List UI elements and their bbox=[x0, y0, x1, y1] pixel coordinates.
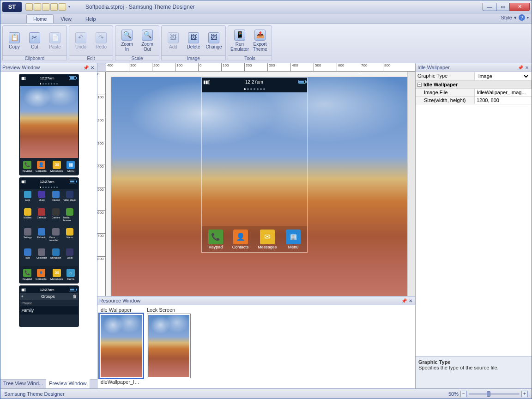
pin-icon[interactable]: 📌 bbox=[401, 298, 407, 303]
change-icon: 🖼 bbox=[208, 32, 219, 43]
app-item: Calendar bbox=[35, 208, 48, 228]
window-title: Softpedia.stproj - Samsung Theme Designe… bbox=[72, 4, 483, 10]
ruler-vertical: 0100200300400500600700800 bbox=[97, 72, 106, 296]
zoom-in-small-button[interactable]: + bbox=[521, 391, 528, 397]
pin-icon[interactable]: 📌 bbox=[518, 65, 523, 70]
property-grid[interactable]: Graphic Type image −Idle Wallpaper Image… bbox=[416, 72, 532, 356]
expand-icon[interactable]: − bbox=[417, 83, 422, 87]
redo-icon: ↷ bbox=[96, 32, 107, 43]
vertical-scrollbar[interactable] bbox=[407, 72, 415, 296]
preview-panel: Preview Window 📌 ✕ 12:27am 📞Keypad 👤Cont… bbox=[0, 63, 97, 388]
add-button[interactable]: 🖼Add bbox=[163, 27, 183, 54]
help-icon[interactable]: ? bbox=[519, 14, 525, 21]
preview-panel-title: Preview Window bbox=[2, 65, 40, 70]
zoom-out-button[interactable]: 🔍Zoom Out bbox=[138, 27, 157, 54]
cut-icon: ✂ bbox=[29, 32, 40, 43]
qat-btn-4[interactable] bbox=[50, 3, 58, 11]
prop-val-size[interactable]: 1200, 800 bbox=[475, 97, 532, 104]
change-button[interactable]: 🖼Change bbox=[204, 27, 224, 54]
preview-item-groups[interactable]: 12:27am +Groups🗑 Phone Family bbox=[19, 285, 79, 327]
qat-btn-3[interactable] bbox=[42, 3, 49, 11]
style-menu[interactable]: Style bbox=[501, 15, 512, 20]
tab-tree-view[interactable]: Tree View Wind... bbox=[0, 380, 46, 388]
tab-home[interactable]: Home bbox=[26, 14, 54, 23]
canvas[interactable]: 12:27am 📞Keypad 👤Contacts ✉Messages ▦Men… bbox=[106, 72, 407, 296]
prop-val-image-file[interactable]: IdleWallpaper_Imag... bbox=[475, 89, 532, 96]
group-label-edit: Edit bbox=[69, 55, 113, 61]
qat-btn-1[interactable] bbox=[25, 3, 33, 11]
status-time: 12:27am bbox=[245, 79, 263, 85]
ribbon: 📋Copy ✂Cut 📄Paste Clipboard ↶Undo ↷Redo … bbox=[0, 24, 532, 63]
app-item: Email bbox=[63, 248, 77, 265]
quick-access-toolbar: ▾ bbox=[25, 3, 72, 11]
resource-label-idle: Idle Wallpaper bbox=[99, 307, 143, 313]
app-grid: LogsMusicInternetVideo playerMy filesCal… bbox=[20, 189, 78, 266]
zoom-in-button[interactable]: 🔍Zoom In bbox=[117, 27, 137, 54]
app-item: Music bbox=[35, 191, 48, 207]
battery-icon bbox=[298, 80, 306, 84]
app-item: My files bbox=[21, 208, 35, 228]
preview-item-idle[interactable]: 12:27am 📞Keypad 👤Contacts ✉Messages ▦Men… bbox=[19, 74, 79, 175]
close-button[interactable]: ✕ bbox=[509, 3, 530, 11]
status-text: Samsung Theme Designer bbox=[4, 391, 65, 397]
qat-btn-5[interactable] bbox=[59, 3, 66, 11]
signal-icon bbox=[21, 76, 25, 80]
app-item: Internet bbox=[49, 191, 63, 207]
phone-overlay[interactable]: 12:27am 📞Keypad 👤Contacts ✉Messages ▦Men… bbox=[201, 77, 308, 253]
app-item: Logs bbox=[21, 191, 35, 207]
cut-button[interactable]: ✂Cut bbox=[25, 27, 44, 54]
app-item: Camera bbox=[49, 208, 63, 228]
close-icon[interactable]: ✕ bbox=[90, 65, 95, 70]
tab-view[interactable]: View bbox=[54, 14, 79, 23]
pin-icon[interactable]: 📌 bbox=[83, 65, 89, 70]
resource-thumb-lock[interactable] bbox=[147, 314, 191, 378]
help-dropdown-icon[interactable]: ▾ bbox=[527, 16, 529, 20]
property-panel-title: Idle Wallpaper bbox=[417, 65, 450, 70]
export-icon: 📤 bbox=[254, 30, 266, 41]
app-item: Settings bbox=[21, 228, 35, 248]
group-clipboard: 📋Copy ✂Cut 📄Paste Clipboard bbox=[2, 25, 67, 61]
tab-preview-window[interactable]: Preview Window bbox=[46, 379, 90, 388]
preview-tabs: Tree View Wind... Preview Window bbox=[0, 379, 97, 388]
copy-button[interactable]: 📋Copy bbox=[5, 27, 24, 54]
resource-panel-title: Resource Window bbox=[99, 298, 140, 303]
preview-item-menu[interactable]: 12:27am LogsMusicInternetVideo playerMy … bbox=[19, 177, 79, 284]
undo-button[interactable]: ↶Undo bbox=[71, 27, 91, 54]
close-icon[interactable]: ✕ bbox=[524, 65, 530, 70]
run-emulator-button[interactable]: 📱Run Emulator bbox=[230, 27, 249, 54]
group-label-tools: Tools bbox=[228, 55, 272, 61]
qat-dropdown-icon[interactable]: ▾ bbox=[67, 3, 72, 11]
group-label-image: Image bbox=[162, 55, 225, 61]
undo-icon: ↶ bbox=[75, 32, 86, 43]
export-theme-button[interactable]: 📤Export Theme bbox=[250, 27, 270, 54]
group-label-clipboard: Clipboard bbox=[3, 55, 66, 61]
zoom-out-small-button[interactable]: − bbox=[460, 391, 467, 397]
app-icon: ST bbox=[2, 2, 22, 12]
style-dropdown-icon[interactable]: ▾ bbox=[514, 15, 517, 21]
minimize-button[interactable]: — bbox=[483, 3, 496, 11]
zoom-in-icon: 🔍 bbox=[121, 30, 133, 41]
zoom-slider[interactable] bbox=[469, 393, 520, 395]
maximize-button[interactable]: ▭ bbox=[496, 3, 510, 11]
qat-btn-2[interactable] bbox=[34, 3, 41, 11]
ribbon-tabs: Home View Help Style ▾ ? ▾ bbox=[0, 13, 532, 24]
paste-icon: 📄 bbox=[49, 32, 60, 43]
resource-panel: Resource Window 📌 ✕ Idle Wallpaper IdleW… bbox=[97, 296, 415, 388]
preview-list[interactable]: 12:27am 📞Keypad 👤Contacts ✉Messages ▦Men… bbox=[0, 72, 97, 379]
graphic-type-select[interactable]: image bbox=[477, 73, 530, 79]
group-tools: 📱Run Emulator 📤Export Theme Tools bbox=[228, 25, 272, 61]
redo-button[interactable]: ↷Redo bbox=[91, 27, 111, 54]
delete-button[interactable]: 🖼Delete bbox=[184, 27, 203, 54]
app-item: FM radio bbox=[35, 228, 48, 248]
paste-button[interactable]: 📄Paste bbox=[45, 27, 65, 54]
keypad-icon: 📞 bbox=[208, 230, 223, 244]
prop-key-image-file: Image File bbox=[416, 89, 475, 96]
zoom-out-icon: 🔍 bbox=[142, 30, 153, 41]
prop-key-graphic-type: Graphic Type bbox=[416, 72, 475, 80]
close-icon[interactable]: ✕ bbox=[408, 298, 413, 303]
prop-category: Idle Wallpaper bbox=[423, 82, 458, 87]
resource-thumb-idle[interactable] bbox=[99, 314, 143, 378]
group-scale: 🔍Zoom In 🔍Zoom Out Scale bbox=[115, 25, 159, 61]
tab-help[interactable]: Help bbox=[79, 14, 103, 23]
ruler-horizontal: 4003002001000100200300400500600700800 bbox=[106, 63, 415, 72]
